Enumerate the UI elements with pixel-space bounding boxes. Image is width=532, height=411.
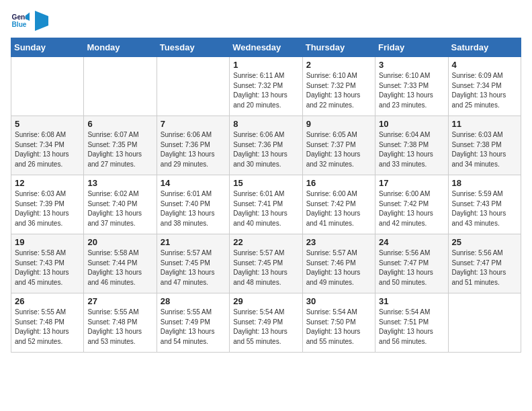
day-info: Sunrise: 5:57 AM Sunset: 7:45 PM Dayligh… <box>233 248 298 287</box>
day-info: Sunrise: 6:05 AM Sunset: 7:37 PM Dayligh… <box>306 130 371 169</box>
day-info: Sunrise: 6:10 AM Sunset: 7:32 PM Dayligh… <box>306 71 371 110</box>
day-number: 14 <box>161 178 226 188</box>
day-info: Sunrise: 5:57 AM Sunset: 7:45 PM Dayligh… <box>161 248 226 287</box>
calendar-cell: 20Sunrise: 5:58 AM Sunset: 7:44 PM Dayli… <box>84 234 157 293</box>
svg-text:Blue: Blue <box>12 21 27 28</box>
calendar-cell <box>11 57 84 116</box>
day-number: 4 <box>452 60 517 70</box>
day-number: 31 <box>379 296 444 306</box>
day-number: 20 <box>87 237 152 247</box>
day-number: 29 <box>233 296 298 306</box>
calendar-cell: 26Sunrise: 5:55 AM Sunset: 7:48 PM Dayli… <box>11 293 84 353</box>
day-number: 13 <box>87 178 152 188</box>
day-number: 9 <box>306 119 371 129</box>
calendar-cell: 31Sunrise: 5:54 AM Sunset: 7:51 PM Dayli… <box>375 293 448 353</box>
day-number: 28 <box>161 296 226 306</box>
day-number: 8 <box>233 119 298 129</box>
day-info: Sunrise: 6:09 AM Sunset: 7:34 PM Dayligh… <box>452 71 517 110</box>
day-number: 26 <box>15 296 80 306</box>
day-info: Sunrise: 5:54 AM Sunset: 7:50 PM Dayligh… <box>306 308 371 347</box>
day-info: Sunrise: 5:57 AM Sunset: 7:46 PM Dayligh… <box>306 248 371 287</box>
weekday-header-friday: Friday <box>375 38 448 57</box>
day-info: Sunrise: 6:07 AM Sunset: 7:35 PM Dayligh… <box>87 130 152 169</box>
day-number: 3 <box>379 60 444 70</box>
calendar-cell: 28Sunrise: 5:55 AM Sunset: 7:49 PM Dayli… <box>157 293 229 353</box>
day-info: Sunrise: 6:03 AM Sunset: 7:39 PM Dayligh… <box>15 189 80 228</box>
day-number: 30 <box>306 296 371 306</box>
weekday-header-monday: Monday <box>84 38 157 57</box>
day-number: 15 <box>233 178 298 188</box>
calendar-cell: 12Sunrise: 6:03 AM Sunset: 7:39 PM Dayli… <box>11 175 84 234</box>
calendar-cell: 9Sunrise: 6:05 AM Sunset: 7:37 PM Daylig… <box>302 116 375 175</box>
day-info: Sunrise: 6:08 AM Sunset: 7:34 PM Dayligh… <box>15 130 80 169</box>
calendar-cell: 17Sunrise: 6:00 AM Sunset: 7:42 PM Dayli… <box>375 175 448 234</box>
calendar-cell: 21Sunrise: 5:57 AM Sunset: 7:45 PM Dayli… <box>157 234 229 293</box>
day-number: 21 <box>161 237 226 247</box>
weekday-header-wednesday: Wednesday <box>230 38 302 57</box>
calendar-cell: 23Sunrise: 5:57 AM Sunset: 7:46 PM Dayli… <box>302 234 375 293</box>
day-info: Sunrise: 5:59 AM Sunset: 7:43 PM Dayligh… <box>452 189 517 228</box>
logo-icon: General Blue <box>11 11 30 30</box>
day-info: Sunrise: 5:55 AM Sunset: 7:48 PM Dayligh… <box>15 308 80 347</box>
day-info: Sunrise: 6:06 AM Sunset: 7:36 PM Dayligh… <box>161 130 226 169</box>
calendar-week-row: 5Sunrise: 6:08 AM Sunset: 7:34 PM Daylig… <box>11 116 521 175</box>
weekday-header-sunday: Sunday <box>11 38 84 57</box>
calendar-cell: 15Sunrise: 6:01 AM Sunset: 7:41 PM Dayli… <box>230 175 302 234</box>
day-number: 5 <box>15 119 80 129</box>
day-info: Sunrise: 6:02 AM Sunset: 7:40 PM Dayligh… <box>87 189 152 228</box>
logo: General Blue <box>11 11 48 31</box>
calendar-cell: 16Sunrise: 6:00 AM Sunset: 7:42 PM Dayli… <box>302 175 375 234</box>
logo-arrow-icon <box>35 11 48 31</box>
calendar-cell: 24Sunrise: 5:56 AM Sunset: 7:47 PM Dayli… <box>375 234 448 293</box>
calendar-cell: 2Sunrise: 6:10 AM Sunset: 7:32 PM Daylig… <box>302 57 375 116</box>
calendar-cell: 29Sunrise: 5:54 AM Sunset: 7:49 PM Dayli… <box>230 293 302 353</box>
day-info: Sunrise: 5:55 AM Sunset: 7:49 PM Dayligh… <box>161 308 226 347</box>
calendar-cell: 8Sunrise: 6:06 AM Sunset: 7:36 PM Daylig… <box>230 116 302 175</box>
calendar-cell: 22Sunrise: 5:57 AM Sunset: 7:45 PM Dayli… <box>230 234 302 293</box>
calendar-table: SundayMondayTuesdayWednesdayThursdayFrid… <box>11 38 521 353</box>
calendar-week-row: 1Sunrise: 6:11 AM Sunset: 7:32 PM Daylig… <box>11 57 521 116</box>
day-number: 18 <box>452 178 517 188</box>
calendar-week-row: 26Sunrise: 5:55 AM Sunset: 7:48 PM Dayli… <box>11 293 521 353</box>
day-info: Sunrise: 6:11 AM Sunset: 7:32 PM Dayligh… <box>233 71 298 110</box>
day-number: 12 <box>15 178 80 188</box>
weekday-header-thursday: Thursday <box>302 38 375 57</box>
weekday-header-saturday: Saturday <box>448 38 521 57</box>
day-number: 27 <box>87 296 152 306</box>
day-info: Sunrise: 6:04 AM Sunset: 7:38 PM Dayligh… <box>379 130 444 169</box>
calendar-cell: 7Sunrise: 6:06 AM Sunset: 7:36 PM Daylig… <box>157 116 229 175</box>
calendar-cell: 19Sunrise: 5:58 AM Sunset: 7:43 PM Dayli… <box>11 234 84 293</box>
day-number: 23 <box>306 237 371 247</box>
calendar-cell <box>448 293 521 353</box>
day-number: 17 <box>379 178 444 188</box>
calendar-cell: 30Sunrise: 5:54 AM Sunset: 7:50 PM Dayli… <box>302 293 375 353</box>
day-info: Sunrise: 6:06 AM Sunset: 7:36 PM Dayligh… <box>233 130 298 169</box>
day-info: Sunrise: 6:01 AM Sunset: 7:40 PM Dayligh… <box>161 189 226 228</box>
day-number: 16 <box>306 178 371 188</box>
day-number: 7 <box>161 119 226 129</box>
day-number: 10 <box>379 119 444 129</box>
day-number: 22 <box>233 237 298 247</box>
calendar-cell: 1Sunrise: 6:11 AM Sunset: 7:32 PM Daylig… <box>230 57 302 116</box>
calendar-cell: 27Sunrise: 5:55 AM Sunset: 7:48 PM Dayli… <box>84 293 157 353</box>
calendar-cell <box>84 57 157 116</box>
calendar-cell: 18Sunrise: 5:59 AM Sunset: 7:43 PM Dayli… <box>448 175 521 234</box>
day-info: Sunrise: 5:54 AM Sunset: 7:51 PM Dayligh… <box>379 308 444 347</box>
day-info: Sunrise: 5:55 AM Sunset: 7:48 PM Dayligh… <box>87 308 152 347</box>
day-info: Sunrise: 6:00 AM Sunset: 7:42 PM Dayligh… <box>306 189 371 228</box>
calendar-cell <box>157 57 229 116</box>
weekday-header-tuesday: Tuesday <box>157 38 229 57</box>
calendar-cell: 6Sunrise: 6:07 AM Sunset: 7:35 PM Daylig… <box>84 116 157 175</box>
page-header: General Blue <box>11 11 521 31</box>
calendar-cell: 14Sunrise: 6:01 AM Sunset: 7:40 PM Dayli… <box>157 175 229 234</box>
svg-marker-3 <box>35 11 48 31</box>
calendar-week-row: 12Sunrise: 6:03 AM Sunset: 7:39 PM Dayli… <box>11 175 521 234</box>
day-number: 24 <box>379 237 444 247</box>
calendar-header-row: SundayMondayTuesdayWednesdayThursdayFrid… <box>11 38 521 57</box>
day-info: Sunrise: 6:01 AM Sunset: 7:41 PM Dayligh… <box>233 189 298 228</box>
calendar-cell: 3Sunrise: 6:10 AM Sunset: 7:33 PM Daylig… <box>375 57 448 116</box>
calendar-week-row: 19Sunrise: 5:58 AM Sunset: 7:43 PM Dayli… <box>11 234 521 293</box>
day-info: Sunrise: 6:10 AM Sunset: 7:33 PM Dayligh… <box>379 71 444 110</box>
calendar-cell: 5Sunrise: 6:08 AM Sunset: 7:34 PM Daylig… <box>11 116 84 175</box>
day-info: Sunrise: 5:58 AM Sunset: 7:43 PM Dayligh… <box>15 248 80 287</box>
